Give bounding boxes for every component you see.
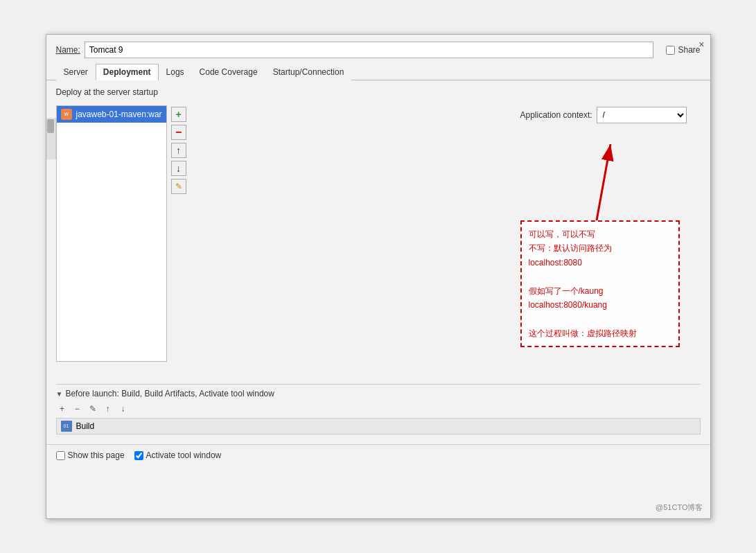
svg-line-1: [597, 144, 610, 220]
deploy-section-label: Deploy at the server startup: [56, 87, 701, 97]
app-context-row: Application context: /: [520, 107, 701, 123]
activate-tool-window-checkbox[interactable]: [134, 451, 143, 460]
annotation-line5: 假如写了一个/kaung: [529, 284, 671, 298]
app-context-select[interactable]: /: [597, 107, 687, 123]
tabs-bar: Server Deployment Logs Code Coverage Sta…: [46, 64, 710, 80]
show-this-page-label: Show this page: [68, 450, 125, 460]
move-up-button[interactable]: ↑: [171, 143, 186, 158]
bl-edit-button[interactable]: ✎: [87, 403, 99, 415]
annotation-line1: 可以写，可以不写: [529, 227, 671, 241]
annotation-area: 可以写，可以不写 不写：默认访问路径为 localhost:8080 假如写了一…: [520, 123, 701, 373]
app-context-label: Application context:: [520, 110, 592, 120]
annotation-box: 可以写，可以不写 不写：默认访问路径为 localhost:8080 假如写了一…: [520, 220, 680, 347]
before-launch-title: Before launch: Build, Build Artifacts, A…: [65, 389, 274, 398]
red-arrow-svg: [541, 123, 652, 234]
annotation-line2: 不写：默认访问路径为: [529, 241, 671, 255]
bl-remove-button[interactable]: −: [71, 403, 84, 415]
annotation-line6: localhost:8080/kuang: [529, 298, 671, 312]
close-button[interactable]: ×: [698, 39, 704, 50]
deploy-list-item[interactable]: W javaweb-01-maven:war: [57, 106, 166, 123]
app-context-area: Application context: /: [520, 105, 701, 373]
activate-tool-window-group: Activate tool window: [134, 450, 222, 460]
name-label: Name:: [56, 45, 80, 55]
tab-server[interactable]: Server: [56, 64, 96, 80]
before-launch-header: ▼ Before launch: Build, Build Artifacts,…: [56, 389, 701, 398]
deploy-list[interactable]: W javaweb-01-maven:war: [56, 105, 167, 362]
left-scrollbar: [46, 118, 56, 159]
scrollbar-thumb: [47, 119, 54, 133]
expand-arrow-icon[interactable]: ▼: [56, 390, 63, 398]
move-down-button[interactable]: ↓: [171, 161, 186, 176]
remove-button[interactable]: −: [171, 125, 186, 140]
share-area: Share: [666, 45, 700, 55]
share-label: Share: [678, 45, 700, 55]
annotation-line8: 这个过程叫做：虚拟路径映射: [529, 326, 671, 340]
before-launch-section: ▼ Before launch: Build, Build Artifacts,…: [56, 384, 701, 434]
tab-code-coverage[interactable]: Code Coverage: [192, 64, 265, 80]
tab-deployment[interactable]: Deployment: [96, 64, 159, 80]
add-button[interactable]: +: [171, 107, 186, 122]
tab-startup-connection[interactable]: Startup/Connection: [265, 64, 352, 80]
deploy-item-label: javaweb-01-maven:war: [76, 109, 162, 119]
activate-tool-window-label: Activate tool window: [146, 450, 222, 460]
bl-add-button[interactable]: +: [56, 403, 69, 415]
build-item-label: Build: [76, 421, 95, 431]
bl-up-button[interactable]: ↑: [102, 403, 114, 415]
bl-down-button[interactable]: ↓: [117, 403, 130, 415]
run-configuration-dialog: × Name: Share Server Deployment Logs Cod…: [46, 34, 711, 519]
side-buttons: + − ↑ ↓ ✎: [171, 107, 186, 194]
build-icon: 01: [61, 421, 72, 432]
name-row: Name: Share: [46, 35, 710, 64]
tab-logs[interactable]: Logs: [159, 64, 192, 80]
footer-row: Show this page Activate tool window: [46, 444, 710, 466]
war-icon: W: [61, 109, 72, 120]
show-this-page-group: Show this page: [56, 450, 125, 460]
share-checkbox[interactable]: [666, 46, 675, 55]
content-area: Deploy at the server startup W javaweb-0…: [46, 80, 710, 441]
edit-button[interactable]: ✎: [171, 179, 186, 194]
deploy-panel: W javaweb-01-maven:war + − ↑ ↓ ✎ Applica…: [56, 105, 701, 373]
show-this-page-checkbox[interactable]: [56, 451, 65, 460]
name-input[interactable]: [85, 42, 654, 58]
watermark: @51CTO博客: [656, 502, 703, 513]
build-item: 01 Build: [56, 418, 701, 434]
annotation-line3: localhost:8080: [529, 256, 671, 270]
before-launch-toolbar: + − ✎ ↑ ↓: [56, 403, 701, 415]
